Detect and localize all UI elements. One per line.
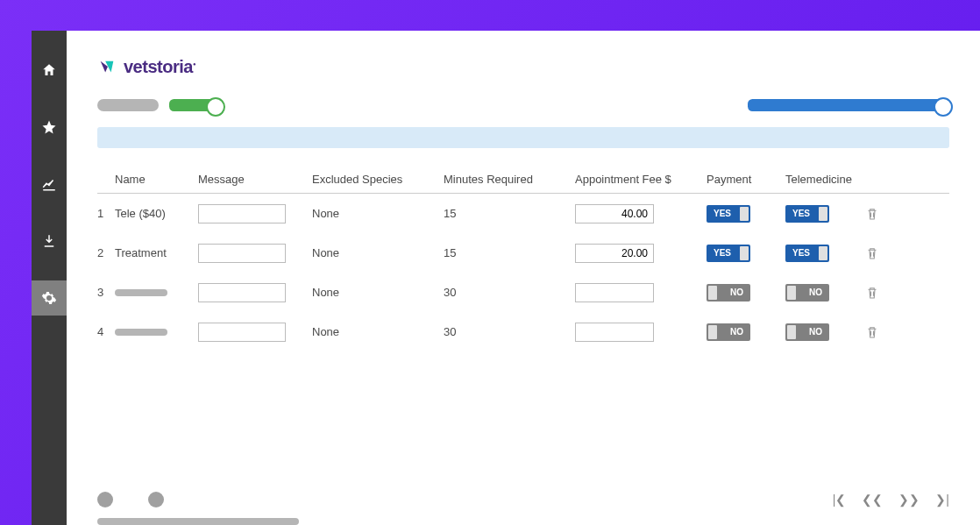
fee-input[interactable] bbox=[575, 204, 654, 223]
fee-input[interactable] bbox=[575, 283, 654, 302]
nav-settings[interactable] bbox=[32, 280, 67, 316]
pager-first[interactable]: |❮ bbox=[833, 493, 847, 507]
telemedicine-toggle[interactable]: YES bbox=[785, 245, 829, 262]
appointments-table: Name Message Excluded Species Minutes Re… bbox=[97, 173, 949, 351]
nav-home[interactable] bbox=[32, 53, 67, 88]
star-icon bbox=[41, 119, 57, 135]
delete-button[interactable] bbox=[864, 323, 880, 341]
footer: |❮ ❮❮ ❯❯ ❯| bbox=[97, 492, 949, 507]
trash-icon bbox=[864, 284, 880, 302]
header-message: Message bbox=[198, 173, 312, 186]
minutes-value: 15 bbox=[444, 207, 575, 220]
table-row: 4None30NONO bbox=[97, 312, 949, 351]
logo-icon bbox=[97, 58, 117, 77]
home-icon bbox=[41, 62, 57, 78]
logo-text: vetstoria● bbox=[124, 57, 195, 77]
nav-download[interactable] bbox=[32, 223, 67, 259]
pager-prev[interactable]: ❮❮ bbox=[862, 493, 883, 507]
telemedicine-toggle[interactable]: NO bbox=[785, 323, 829, 341]
header-name: Name bbox=[115, 173, 198, 186]
footer-dot-1[interactable] bbox=[97, 492, 113, 507]
row-index: 2 bbox=[97, 246, 115, 259]
nav-favorites[interactable] bbox=[32, 110, 67, 145]
sidebar bbox=[32, 31, 67, 525]
name-placeholder bbox=[115, 289, 167, 296]
row-name: Tele ($40) bbox=[115, 207, 198, 220]
gear-icon bbox=[41, 290, 57, 306]
logo: vetstoria● bbox=[97, 57, 949, 77]
header-fee: Appointment Fee $ bbox=[575, 173, 707, 186]
fee-input[interactable] bbox=[575, 323, 654, 342]
main-panel: vetstoria● Name Message Excluded Species… bbox=[67, 31, 980, 525]
trash-icon bbox=[864, 323, 880, 341]
pager: |❮ ❮❮ ❯❯ ❯| bbox=[833, 493, 949, 507]
table-row: 2TreatmentNone15YESYES bbox=[97, 233, 949, 273]
nav-analytics[interactable] bbox=[32, 167, 67, 202]
message-input[interactable] bbox=[198, 283, 286, 302]
table-row: 1Tele ($40)None15YESYES bbox=[97, 194, 949, 233]
row-name: Treatment bbox=[115, 246, 198, 259]
pill-gray bbox=[97, 99, 159, 111]
payment-toggle[interactable]: YES bbox=[707, 205, 750, 223]
status-bars bbox=[97, 99, 949, 111]
excluded-value: None bbox=[312, 246, 444, 259]
pager-last[interactable]: ❯| bbox=[935, 493, 949, 507]
delete-button[interactable] bbox=[864, 205, 880, 223]
row-index: 3 bbox=[97, 286, 115, 299]
telemedicine-toggle[interactable]: NO bbox=[785, 284, 829, 302]
message-input[interactable] bbox=[198, 204, 286, 223]
row-name bbox=[115, 289, 198, 296]
telemedicine-toggle[interactable]: YES bbox=[785, 205, 829, 223]
message-input[interactable] bbox=[198, 323, 286, 342]
header-payment: Payment bbox=[707, 173, 785, 186]
pager-next[interactable]: ❯❯ bbox=[898, 493, 920, 507]
minutes-value: 30 bbox=[444, 325, 575, 338]
analytics-icon bbox=[41, 176, 57, 192]
payment-toggle[interactable]: NO bbox=[707, 323, 750, 341]
message-input[interactable] bbox=[198, 244, 286, 263]
minutes-value: 15 bbox=[444, 246, 575, 259]
header-excluded: Excluded Species bbox=[312, 173, 444, 186]
payment-toggle[interactable]: YES bbox=[707, 245, 750, 262]
minutes-value: 30 bbox=[444, 286, 575, 299]
excluded-value: None bbox=[312, 207, 444, 220]
row-index: 4 bbox=[97, 325, 115, 338]
fee-input[interactable] bbox=[575, 244, 654, 263]
row-name bbox=[115, 329, 198, 336]
pill-toggle-green[interactable] bbox=[169, 99, 222, 111]
header-telemedicine: Telemedicine bbox=[785, 173, 864, 186]
excluded-value: None bbox=[312, 325, 444, 338]
info-band bbox=[97, 127, 949, 148]
bottom-bar bbox=[97, 518, 299, 525]
header-minutes: Minutes Required bbox=[444, 173, 575, 186]
excluded-value: None bbox=[312, 286, 444, 299]
delete-button[interactable] bbox=[864, 284, 880, 302]
payment-toggle[interactable]: NO bbox=[707, 284, 750, 302]
download-icon bbox=[41, 233, 57, 249]
table-header: Name Message Excluded Species Minutes Re… bbox=[97, 173, 949, 194]
delete-button[interactable] bbox=[864, 245, 880, 262]
row-index: 1 bbox=[97, 207, 115, 220]
name-placeholder bbox=[115, 329, 167, 336]
trash-icon bbox=[864, 245, 880, 262]
footer-dot-2[interactable] bbox=[148, 492, 164, 507]
table-row: 3None30NONO bbox=[97, 273, 949, 312]
trash-icon bbox=[864, 205, 880, 223]
pill-toggle-blue[interactable] bbox=[748, 99, 949, 111]
